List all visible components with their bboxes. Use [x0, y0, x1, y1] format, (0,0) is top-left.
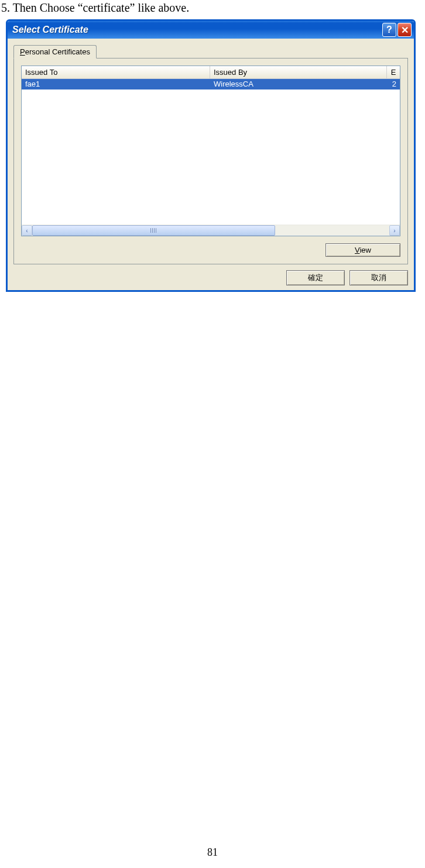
cell-issued-to: fae1	[22, 79, 210, 89]
titlebar[interactable]: Select Certificate ? ✕	[8, 21, 414, 39]
scroll-track[interactable]	[32, 225, 389, 236]
view-label-rest: iew	[359, 246, 371, 254]
help-button[interactable]: ?	[382, 23, 396, 37]
chevron-left-icon: ‹	[26, 228, 28, 234]
scroll-left-button[interactable]: ‹	[22, 225, 32, 236]
dialog-body: Personal Certificates Issued To Issued B…	[8, 39, 414, 290]
scroll-right-button[interactable]: ›	[389, 225, 400, 236]
listview-header: Issued To Issued By E	[22, 66, 400, 79]
scroll-thumb[interactable]	[32, 225, 275, 236]
ok-button[interactable]: 確定	[286, 270, 345, 285]
tab-personal-certificates[interactable]: Personal Certificates	[13, 45, 97, 58]
tab-label-rest: ersonal Certificates	[25, 47, 90, 56]
page-number: 81	[0, 846, 425, 859]
table-row[interactable]: fae1 WirelessCA 2	[22, 79, 400, 89]
titlebar-title: Select Certificate	[12, 25, 382, 35]
close-icon: ✕	[401, 25, 409, 36]
help-icon: ?	[386, 25, 392, 35]
tab-strip: Personal Certificates	[13, 45, 408, 58]
close-button[interactable]: ✕	[397, 23, 412, 37]
tab-panel: Issued To Issued By E fae1 WirelessCA 2	[13, 58, 408, 264]
scroll-grip-icon	[150, 228, 156, 233]
dialog-button-row: 確定 取消	[13, 264, 408, 285]
tab-accelerator: P	[20, 47, 25, 56]
column-extra[interactable]: E	[387, 66, 400, 78]
chevron-right-icon: ›	[393, 228, 395, 234]
select-certificate-dialog: Select Certificate ? ✕ Personal Certific…	[6, 19, 416, 292]
column-issued-by[interactable]: Issued By	[210, 66, 387, 78]
listview-rows: fae1 WirelessCA 2	[22, 79, 400, 225]
column-issued-to[interactable]: Issued To	[22, 66, 210, 78]
cancel-button[interactable]: 取消	[349, 270, 408, 285]
cell-issued-by: WirelessCA	[210, 79, 387, 89]
certificate-listview[interactable]: Issued To Issued By E fae1 WirelessCA 2	[21, 66, 400, 236]
instruction-text: 5. Then Choose “certificate” like above.	[0, 0, 425, 19]
view-button[interactable]: View	[325, 243, 400, 257]
horizontal-scrollbar[interactable]: ‹ ›	[22, 225, 400, 236]
cell-extra: 2	[387, 79, 400, 89]
